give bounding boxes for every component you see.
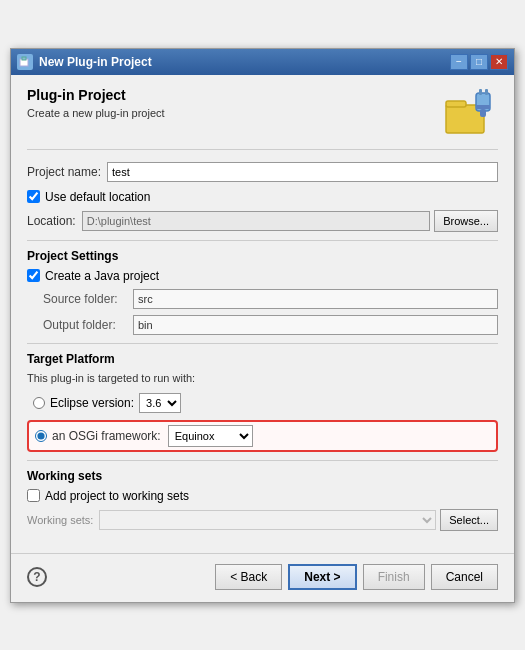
eclipse-version-radio[interactable] <box>33 397 45 409</box>
title-bar-controls: − □ ✕ <box>450 54 508 70</box>
osgi-framework-label: an OSGi framework: <box>52 429 161 443</box>
working-sets-title: Working sets <box>27 469 498 483</box>
divider-3 <box>27 460 498 461</box>
eclipse-version-label: Eclipse version: <box>50 396 134 410</box>
java-project-settings: Source folder: src Output folder: bin <box>27 289 498 335</box>
dialog-header: Plug-in Project Create a new plug-in pro… <box>27 87 498 150</box>
project-name-input[interactable] <box>107 162 498 182</box>
project-name-label: Project name: <box>27 165 101 179</box>
osgi-framework-select[interactable]: Equinox Felix Knopflerfish <box>168 425 253 447</box>
finish-button[interactable]: Finish <box>363 564 425 590</box>
location-row: Location: Browse... <box>27 210 498 232</box>
location-label: Location: <box>27 214 76 228</box>
location-input <box>82 211 430 231</box>
use-default-location-label: Use default location <box>45 190 150 204</box>
source-folder-value: src <box>133 289 498 309</box>
working-sets-field-row: Working sets: Select... <box>27 509 498 531</box>
working-sets-select <box>99 510 436 530</box>
use-default-location-checkbox[interactable] <box>27 190 40 203</box>
working-sets-label: Working sets: <box>27 514 93 526</box>
next-button[interactable]: Next > <box>288 564 356 590</box>
svg-rect-5 <box>479 89 482 95</box>
project-settings-title: Project Settings <box>27 249 498 263</box>
svg-rect-6 <box>485 89 488 95</box>
osgi-framework-radio[interactable] <box>35 430 47 442</box>
add-working-sets-label: Add project to working sets <box>45 489 189 503</box>
svg-rect-3 <box>446 101 466 107</box>
create-java-project-row: Create a Java project <box>27 269 498 283</box>
svg-rect-7 <box>476 105 490 109</box>
divider-1 <box>27 240 498 241</box>
add-working-sets-checkbox[interactable] <box>27 489 40 502</box>
osgi-framework-row: an OSGi framework: Equinox Felix Knopfle… <box>27 420 498 452</box>
target-platform-description: This plug-in is targeted to run with: <box>27 372 498 384</box>
output-folder-label: Output folder: <box>43 318 133 332</box>
header-icon <box>442 87 498 139</box>
header-text: Plug-in Project Create a new plug-in pro… <box>27 87 165 119</box>
back-button[interactable]: < Back <box>215 564 282 590</box>
source-folder-row: Source folder: src <box>43 289 498 309</box>
svg-rect-8 <box>480 109 486 117</box>
browse-button[interactable]: Browse... <box>434 210 498 232</box>
target-platform-title: Target Platform <box>27 352 498 366</box>
window-icon <box>17 54 33 70</box>
output-folder-value: bin <box>133 315 498 335</box>
svg-rect-1 <box>22 57 26 60</box>
create-java-project-checkbox[interactable] <box>27 269 40 282</box>
output-folder-row: Output folder: bin <box>43 315 498 335</box>
divider-2 <box>27 343 498 344</box>
create-java-project-label: Create a Java project <box>45 269 159 283</box>
minimize-button[interactable]: − <box>450 54 468 70</box>
project-name-row: Project name: <box>27 162 498 182</box>
add-working-sets-row: Add project to working sets <box>27 489 498 503</box>
close-button[interactable]: ✕ <box>490 54 508 70</box>
dialog-title: Plug-in Project <box>27 87 165 103</box>
dialog-subtitle: Create a new plug-in project <box>27 107 165 119</box>
window-title: New Plug-in Project <box>39 55 444 69</box>
button-bar: ? < Back Next > Finish Cancel <box>11 553 514 602</box>
dialog-window: New Plug-in Project − □ ✕ Plug-in Projec… <box>10 48 515 603</box>
dialog-buttons: < Back Next > Finish Cancel <box>215 564 498 590</box>
cancel-button[interactable]: Cancel <box>431 564 498 590</box>
maximize-button[interactable]: □ <box>470 54 488 70</box>
source-folder-label: Source folder: <box>43 292 133 306</box>
eclipse-version-select[interactable]: 3.6 <box>139 393 181 413</box>
title-bar: New Plug-in Project − □ ✕ <box>11 49 514 75</box>
dialog-content: Plug-in Project Create a new plug-in pro… <box>11 75 514 543</box>
select-button[interactable]: Select... <box>440 509 498 531</box>
help-button[interactable]: ? <box>27 567 47 587</box>
eclipse-version-row: Eclipse version: 3.6 <box>27 390 498 416</box>
use-default-location-row: Use default location <box>27 190 498 204</box>
